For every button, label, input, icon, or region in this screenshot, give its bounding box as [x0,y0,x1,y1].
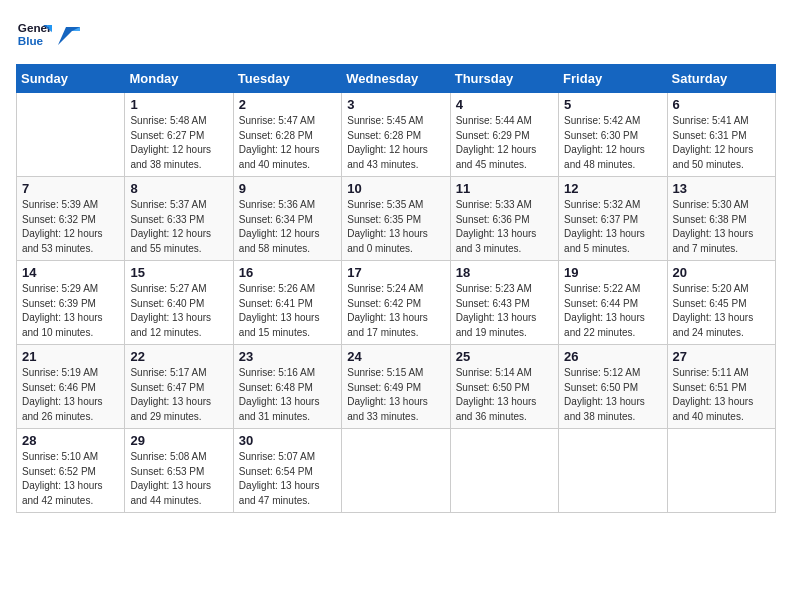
day-number: 18 [456,265,553,280]
day-info: Sunrise: 5:19 AM Sunset: 6:46 PM Dayligh… [22,366,119,424]
day-info: Sunrise: 5:48 AM Sunset: 6:27 PM Dayligh… [130,114,227,172]
calendar-cell: 10Sunrise: 5:35 AM Sunset: 6:35 PM Dayli… [342,177,450,261]
day-info: Sunrise: 5:11 AM Sunset: 6:51 PM Dayligh… [673,366,770,424]
day-number: 29 [130,433,227,448]
header-tuesday: Tuesday [233,65,341,93]
calendar-cell: 6Sunrise: 5:41 AM Sunset: 6:31 PM Daylig… [667,93,775,177]
day-info: Sunrise: 5:26 AM Sunset: 6:41 PM Dayligh… [239,282,336,340]
day-info: Sunrise: 5:41 AM Sunset: 6:31 PM Dayligh… [673,114,770,172]
day-info: Sunrise: 5:29 AM Sunset: 6:39 PM Dayligh… [22,282,119,340]
day-info: Sunrise: 5:22 AM Sunset: 6:44 PM Dayligh… [564,282,661,340]
day-number: 10 [347,181,444,196]
calendar-cell [450,429,558,513]
calendar-cell: 14Sunrise: 5:29 AM Sunset: 6:39 PM Dayli… [17,261,125,345]
calendar-table: SundayMondayTuesdayWednesdayThursdayFrid… [16,64,776,513]
calendar-week-4: 21Sunrise: 5:19 AM Sunset: 6:46 PM Dayli… [17,345,776,429]
day-info: Sunrise: 5:08 AM Sunset: 6:53 PM Dayligh… [130,450,227,508]
calendar-cell: 5Sunrise: 5:42 AM Sunset: 6:30 PM Daylig… [559,93,667,177]
day-info: Sunrise: 5:17 AM Sunset: 6:47 PM Dayligh… [130,366,227,424]
calendar-header-row: SundayMondayTuesdayWednesdayThursdayFrid… [17,65,776,93]
day-info: Sunrise: 5:47 AM Sunset: 6:28 PM Dayligh… [239,114,336,172]
calendar-week-5: 28Sunrise: 5:10 AM Sunset: 6:52 PM Dayli… [17,429,776,513]
day-info: Sunrise: 5:37 AM Sunset: 6:33 PM Dayligh… [130,198,227,256]
day-number: 15 [130,265,227,280]
day-number: 26 [564,349,661,364]
calendar-cell: 2Sunrise: 5:47 AM Sunset: 6:28 PM Daylig… [233,93,341,177]
day-number: 11 [456,181,553,196]
calendar-cell: 11Sunrise: 5:33 AM Sunset: 6:36 PM Dayli… [450,177,558,261]
calendar-cell: 29Sunrise: 5:08 AM Sunset: 6:53 PM Dayli… [125,429,233,513]
day-number: 27 [673,349,770,364]
day-number: 6 [673,97,770,112]
calendar-cell: 23Sunrise: 5:16 AM Sunset: 6:48 PM Dayli… [233,345,341,429]
calendar-cell: 7Sunrise: 5:39 AM Sunset: 6:32 PM Daylig… [17,177,125,261]
day-info: Sunrise: 5:15 AM Sunset: 6:49 PM Dayligh… [347,366,444,424]
day-number: 25 [456,349,553,364]
calendar-cell: 16Sunrise: 5:26 AM Sunset: 6:41 PM Dayli… [233,261,341,345]
calendar-cell: 12Sunrise: 5:32 AM Sunset: 6:37 PM Dayli… [559,177,667,261]
day-number: 2 [239,97,336,112]
day-number: 12 [564,181,661,196]
day-number: 19 [564,265,661,280]
day-number: 24 [347,349,444,364]
calendar-cell: 13Sunrise: 5:30 AM Sunset: 6:38 PM Dayli… [667,177,775,261]
header-sunday: Sunday [17,65,125,93]
calendar-cell [667,429,775,513]
calendar-week-1: 1Sunrise: 5:48 AM Sunset: 6:27 PM Daylig… [17,93,776,177]
calendar-cell: 30Sunrise: 5:07 AM Sunset: 6:54 PM Dayli… [233,429,341,513]
header-monday: Monday [125,65,233,93]
day-info: Sunrise: 5:14 AM Sunset: 6:50 PM Dayligh… [456,366,553,424]
day-info: Sunrise: 5:45 AM Sunset: 6:28 PM Dayligh… [347,114,444,172]
day-number: 17 [347,265,444,280]
calendar-cell: 8Sunrise: 5:37 AM Sunset: 6:33 PM Daylig… [125,177,233,261]
day-number: 13 [673,181,770,196]
calendar-cell: 1Sunrise: 5:48 AM Sunset: 6:27 PM Daylig… [125,93,233,177]
calendar-cell: 15Sunrise: 5:27 AM Sunset: 6:40 PM Dayli… [125,261,233,345]
day-number: 4 [456,97,553,112]
calendar-cell: 28Sunrise: 5:10 AM Sunset: 6:52 PM Dayli… [17,429,125,513]
day-number: 14 [22,265,119,280]
day-number: 30 [239,433,336,448]
day-info: Sunrise: 5:20 AM Sunset: 6:45 PM Dayligh… [673,282,770,340]
day-info: Sunrise: 5:42 AM Sunset: 6:30 PM Dayligh… [564,114,661,172]
calendar-cell [342,429,450,513]
day-number: 21 [22,349,119,364]
logo-wing-icon [58,27,80,45]
day-number: 28 [22,433,119,448]
day-info: Sunrise: 5:30 AM Sunset: 6:38 PM Dayligh… [673,198,770,256]
day-number: 22 [130,349,227,364]
calendar-cell: 3Sunrise: 5:45 AM Sunset: 6:28 PM Daylig… [342,93,450,177]
calendar-cell: 18Sunrise: 5:23 AM Sunset: 6:43 PM Dayli… [450,261,558,345]
calendar-cell: 26Sunrise: 5:12 AM Sunset: 6:50 PM Dayli… [559,345,667,429]
calendar-cell: 27Sunrise: 5:11 AM Sunset: 6:51 PM Dayli… [667,345,775,429]
day-info: Sunrise: 5:12 AM Sunset: 6:50 PM Dayligh… [564,366,661,424]
svg-text:Blue: Blue [18,34,44,47]
day-number: 7 [22,181,119,196]
day-info: Sunrise: 5:23 AM Sunset: 6:43 PM Dayligh… [456,282,553,340]
calendar-cell [17,93,125,177]
day-info: Sunrise: 5:32 AM Sunset: 6:37 PM Dayligh… [564,198,661,256]
day-info: Sunrise: 5:07 AM Sunset: 6:54 PM Dayligh… [239,450,336,508]
calendar-cell: 17Sunrise: 5:24 AM Sunset: 6:42 PM Dayli… [342,261,450,345]
day-number: 9 [239,181,336,196]
header-wednesday: Wednesday [342,65,450,93]
day-info: Sunrise: 5:39 AM Sunset: 6:32 PM Dayligh… [22,198,119,256]
header-saturday: Saturday [667,65,775,93]
day-info: Sunrise: 5:44 AM Sunset: 6:29 PM Dayligh… [456,114,553,172]
day-number: 3 [347,97,444,112]
day-info: Sunrise: 5:27 AM Sunset: 6:40 PM Dayligh… [130,282,227,340]
day-info: Sunrise: 5:16 AM Sunset: 6:48 PM Dayligh… [239,366,336,424]
logo-icon: General Blue [16,16,52,52]
calendar-cell: 22Sunrise: 5:17 AM Sunset: 6:47 PM Dayli… [125,345,233,429]
calendar-week-2: 7Sunrise: 5:39 AM Sunset: 6:32 PM Daylig… [17,177,776,261]
header-friday: Friday [559,65,667,93]
page-header: General Blue [16,16,776,52]
header-thursday: Thursday [450,65,558,93]
calendar-cell: 25Sunrise: 5:14 AM Sunset: 6:50 PM Dayli… [450,345,558,429]
logo: General Blue [16,16,80,52]
calendar-cell [559,429,667,513]
calendar-week-3: 14Sunrise: 5:29 AM Sunset: 6:39 PM Dayli… [17,261,776,345]
day-info: Sunrise: 5:33 AM Sunset: 6:36 PM Dayligh… [456,198,553,256]
day-number: 8 [130,181,227,196]
day-info: Sunrise: 5:24 AM Sunset: 6:42 PM Dayligh… [347,282,444,340]
